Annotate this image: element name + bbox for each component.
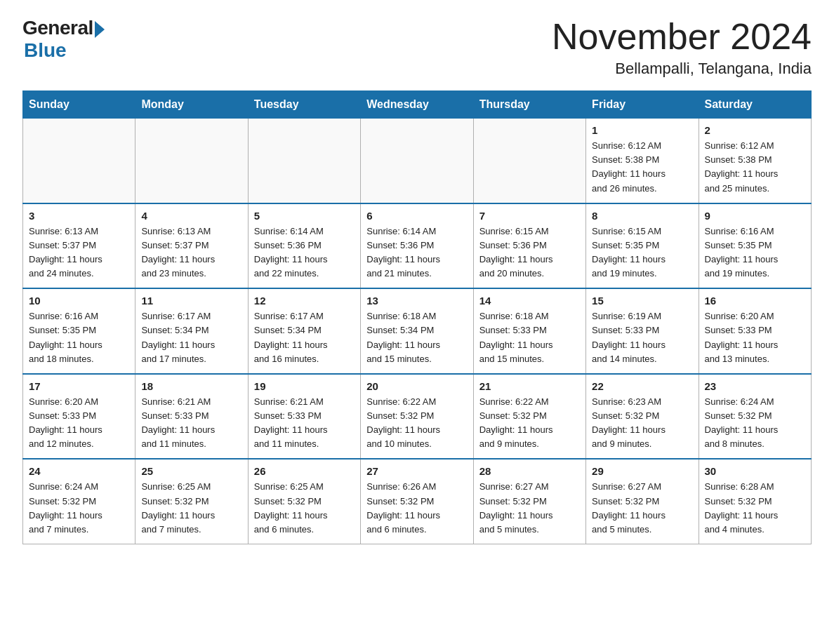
- day-info: Sunrise: 6:19 AMSunset: 5:33 PMDaylight:…: [592, 309, 692, 366]
- day-number: 2: [705, 124, 805, 136]
- day-info: Sunrise: 6:15 AMSunset: 5:35 PMDaylight:…: [592, 224, 692, 281]
- day-info: Sunrise: 6:22 AMSunset: 5:32 PMDaylight:…: [366, 395, 467, 452]
- day-number: 9: [705, 210, 805, 222]
- day-number: 28: [479, 465, 580, 477]
- day-info: Sunrise: 6:12 AMSunset: 5:38 PMDaylight:…: [592, 139, 692, 196]
- day-info: Sunrise: 6:21 AMSunset: 5:33 PMDaylight:…: [141, 395, 241, 452]
- calendar-cell: 25Sunrise: 6:25 AMSunset: 5:32 PMDayligh…: [135, 459, 248, 544]
- calendar-cell: 24Sunrise: 6:24 AMSunset: 5:32 PMDayligh…: [23, 459, 135, 544]
- calendar-cell: 20Sunrise: 6:22 AMSunset: 5:32 PMDayligh…: [361, 374, 473, 459]
- header-saturday: Saturday: [699, 91, 811, 119]
- calendar-week-row: 24Sunrise: 6:24 AMSunset: 5:32 PMDayligh…: [23, 459, 812, 544]
- day-info: Sunrise: 6:14 AMSunset: 5:36 PMDaylight:…: [254, 224, 355, 281]
- calendar-cell: 6Sunrise: 6:14 AMSunset: 5:36 PMDaylight…: [361, 203, 473, 289]
- calendar-cell: 8Sunrise: 6:15 AMSunset: 5:35 PMDaylight…: [586, 203, 699, 289]
- calendar-cell: 16Sunrise: 6:20 AMSunset: 5:33 PMDayligh…: [699, 288, 811, 374]
- calendar-cell: 15Sunrise: 6:19 AMSunset: 5:33 PMDayligh…: [586, 288, 699, 374]
- day-info: Sunrise: 6:23 AMSunset: 5:32 PMDaylight:…: [592, 395, 692, 452]
- day-info: Sunrise: 6:28 AMSunset: 5:32 PMDaylight:…: [705, 480, 805, 537]
- title-block: November 2024 Bellampalli, Telangana, In…: [552, 17, 812, 78]
- day-number: 4: [141, 210, 241, 222]
- calendar-cell: 23Sunrise: 6:24 AMSunset: 5:32 PMDayligh…: [699, 374, 811, 459]
- day-info: Sunrise: 6:13 AMSunset: 5:37 PMDaylight:…: [141, 224, 241, 281]
- calendar-cell: 30Sunrise: 6:28 AMSunset: 5:32 PMDayligh…: [699, 459, 811, 544]
- day-number: 29: [592, 465, 692, 477]
- day-info: Sunrise: 6:24 AMSunset: 5:32 PMDaylight:…: [29, 480, 129, 537]
- calendar-week-row: 17Sunrise: 6:20 AMSunset: 5:33 PMDayligh…: [23, 374, 812, 459]
- calendar-cell: 14Sunrise: 6:18 AMSunset: 5:33 PMDayligh…: [473, 288, 585, 374]
- day-number: 16: [705, 295, 805, 307]
- calendar-cell: [135, 119, 248, 203]
- calendar-cell: 7Sunrise: 6:15 AMSunset: 5:36 PMDaylight…: [473, 203, 585, 289]
- day-number: 24: [29, 465, 129, 477]
- calendar-cell: 3Sunrise: 6:13 AMSunset: 5:37 PMDaylight…: [23, 203, 135, 289]
- calendar-cell: 19Sunrise: 6:21 AMSunset: 5:33 PMDayligh…: [248, 374, 360, 459]
- logo-blue-text: Blue: [24, 39, 67, 62]
- day-number: 18: [141, 380, 241, 392]
- day-number: 19: [254, 380, 355, 392]
- calendar-cell: [473, 119, 585, 203]
- page-header: General Blue November 2024 Bellampalli, …: [22, 17, 812, 78]
- header-wednesday: Wednesday: [361, 91, 473, 119]
- month-title: November 2024: [552, 17, 812, 57]
- calendar-cell: 12Sunrise: 6:17 AMSunset: 5:34 PMDayligh…: [248, 288, 360, 374]
- day-info: Sunrise: 6:25 AMSunset: 5:32 PMDaylight:…: [254, 480, 355, 537]
- day-number: 30: [705, 465, 805, 477]
- day-number: 15: [592, 295, 692, 307]
- calendar-header-row: SundayMondayTuesdayWednesdayThursdayFrid…: [23, 91, 812, 119]
- day-number: 3: [29, 210, 129, 222]
- calendar-cell: 4Sunrise: 6:13 AMSunset: 5:37 PMDaylight…: [135, 203, 248, 289]
- calendar-table: SundayMondayTuesdayWednesdayThursdayFrid…: [22, 90, 812, 544]
- header-sunday: Sunday: [23, 91, 135, 119]
- calendar-cell: 13Sunrise: 6:18 AMSunset: 5:34 PMDayligh…: [361, 288, 473, 374]
- day-info: Sunrise: 6:24 AMSunset: 5:32 PMDaylight:…: [705, 395, 805, 452]
- calendar-cell: 29Sunrise: 6:27 AMSunset: 5:32 PMDayligh…: [586, 459, 699, 544]
- day-info: Sunrise: 6:20 AMSunset: 5:33 PMDaylight:…: [29, 395, 129, 452]
- header-tuesday: Tuesday: [248, 91, 360, 119]
- day-info: Sunrise: 6:25 AMSunset: 5:32 PMDaylight:…: [141, 480, 241, 537]
- day-info: Sunrise: 6:14 AMSunset: 5:36 PMDaylight:…: [366, 224, 467, 281]
- calendar-cell: 28Sunrise: 6:27 AMSunset: 5:32 PMDayligh…: [473, 459, 585, 544]
- day-info: Sunrise: 6:17 AMSunset: 5:34 PMDaylight:…: [141, 309, 241, 366]
- day-number: 13: [366, 295, 467, 307]
- calendar-week-row: 1Sunrise: 6:12 AMSunset: 5:38 PMDaylight…: [23, 119, 812, 203]
- day-number: 10: [29, 295, 129, 307]
- day-info: Sunrise: 6:26 AMSunset: 5:32 PMDaylight:…: [366, 480, 467, 537]
- day-number: 21: [479, 380, 580, 392]
- logo: General Blue: [22, 17, 105, 62]
- calendar-cell: 2Sunrise: 6:12 AMSunset: 5:38 PMDaylight…: [699, 119, 811, 203]
- day-number: 27: [366, 465, 467, 477]
- day-number: 8: [592, 210, 692, 222]
- day-info: Sunrise: 6:21 AMSunset: 5:33 PMDaylight:…: [254, 395, 355, 452]
- day-number: 12: [254, 295, 355, 307]
- day-info: Sunrise: 6:16 AMSunset: 5:35 PMDaylight:…: [29, 309, 129, 366]
- day-info: Sunrise: 6:18 AMSunset: 5:34 PMDaylight:…: [366, 309, 467, 366]
- day-number: 5: [254, 210, 355, 222]
- calendar-cell: 1Sunrise: 6:12 AMSunset: 5:38 PMDaylight…: [586, 119, 699, 203]
- calendar-cell: [23, 119, 135, 203]
- header-friday: Friday: [586, 91, 699, 119]
- day-number: 25: [141, 465, 241, 477]
- day-number: 11: [141, 295, 241, 307]
- day-info: Sunrise: 6:13 AMSunset: 5:37 PMDaylight:…: [29, 224, 129, 281]
- logo-general-text: General: [22, 17, 93, 39]
- calendar-cell: 21Sunrise: 6:22 AMSunset: 5:32 PMDayligh…: [473, 374, 585, 459]
- day-info: Sunrise: 6:16 AMSunset: 5:35 PMDaylight:…: [705, 224, 805, 281]
- day-info: Sunrise: 6:22 AMSunset: 5:32 PMDaylight:…: [479, 395, 580, 452]
- day-info: Sunrise: 6:27 AMSunset: 5:32 PMDaylight:…: [592, 480, 692, 537]
- calendar-week-row: 10Sunrise: 6:16 AMSunset: 5:35 PMDayligh…: [23, 288, 812, 374]
- day-info: Sunrise: 6:18 AMSunset: 5:33 PMDaylight:…: [479, 309, 580, 366]
- location-title: Bellampalli, Telangana, India: [552, 60, 812, 78]
- calendar-cell: 5Sunrise: 6:14 AMSunset: 5:36 PMDaylight…: [248, 203, 360, 289]
- calendar-week-row: 3Sunrise: 6:13 AMSunset: 5:37 PMDaylight…: [23, 203, 812, 289]
- logo-arrow-icon: [95, 21, 105, 38]
- day-number: 14: [479, 295, 580, 307]
- calendar-cell: [361, 119, 473, 203]
- day-number: 22: [592, 380, 692, 392]
- calendar-cell: 26Sunrise: 6:25 AMSunset: 5:32 PMDayligh…: [248, 459, 360, 544]
- day-number: 26: [254, 465, 355, 477]
- calendar-cell: 11Sunrise: 6:17 AMSunset: 5:34 PMDayligh…: [135, 288, 248, 374]
- day-info: Sunrise: 6:12 AMSunset: 5:38 PMDaylight:…: [705, 139, 805, 196]
- calendar-cell: 10Sunrise: 6:16 AMSunset: 5:35 PMDayligh…: [23, 288, 135, 374]
- day-number: 6: [366, 210, 467, 222]
